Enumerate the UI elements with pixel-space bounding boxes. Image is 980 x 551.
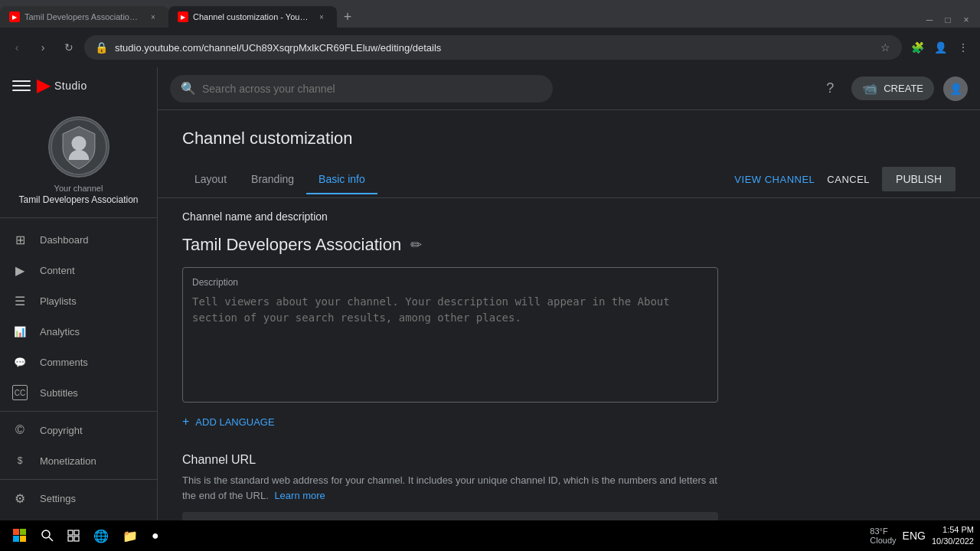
tab2-favicon: ▶ xyxy=(178,11,188,22)
add-language-label: ADD LANGUAGE xyxy=(195,416,274,428)
svg-rect-4 xyxy=(13,536,19,542)
subtitles-label: Subtitles xyxy=(40,387,78,399)
learn-more-link[interactable]: Learn more xyxy=(274,490,325,501)
url-title: Channel URL xyxy=(182,453,956,467)
sidebar-item-copyright[interactable]: © Copyright xyxy=(0,415,157,445)
start-button[interactable] xyxy=(6,523,34,548)
sidebar-item-subtitles[interactable]: CC Subtitles xyxy=(0,377,157,408)
new-tab-button[interactable]: + xyxy=(337,6,358,28)
maximize-button[interactable]: □ xyxy=(940,12,956,28)
monetization-label: Monetization xyxy=(40,455,96,467)
user-avatar[interactable]: 👤 xyxy=(943,77,968,101)
content-area: Channel name and description Tamil Devel… xyxy=(158,198,980,551)
tab-basic-info[interactable]: Basic info xyxy=(306,165,377,194)
studio-label: Studio xyxy=(54,80,87,92)
dashboard-icon: ⊞ xyxy=(12,232,28,247)
sidebar-item-playlists[interactable]: ☰ Playlists xyxy=(0,285,157,316)
sidebar-item-monetization[interactable]: $ Monetization xyxy=(0,445,157,476)
add-language-button[interactable]: + ADD LANGUAGE xyxy=(182,415,956,429)
window-controls: ─ □ × xyxy=(922,12,980,28)
channel-avatar[interactable] xyxy=(48,116,109,178)
address-text: studio.youtube.com/channel/UCh89XsqrpMxl… xyxy=(115,42,871,54)
hamburger-menu[interactable] xyxy=(12,77,31,95)
topbar: 🔍 ? 📹 CREATE 👤 xyxy=(158,67,980,110)
publish-button[interactable]: PUBLISH xyxy=(882,167,956,191)
weather-widget: 83°F Cloudy xyxy=(870,527,896,545)
page-header: Channel customization xyxy=(158,110,980,148)
topbar-right: ? 📹 CREATE 👤 xyxy=(818,77,968,101)
help-button[interactable]: ? xyxy=(818,77,842,101)
taskbar-search[interactable] xyxy=(35,523,60,548)
menu-icon[interactable]: ⋮ xyxy=(952,37,974,58)
view-channel-button[interactable]: VIEW CHANNEL xyxy=(734,174,815,185)
description-box[interactable]: Description xyxy=(182,267,718,403)
sidebar-divider-2 xyxy=(0,479,157,480)
lock-icon: 🔒 xyxy=(93,40,109,55)
content-icon: ▶ xyxy=(12,262,28,278)
bookmark-icon[interactable]: ☆ xyxy=(877,40,893,55)
search-input[interactable] xyxy=(202,83,542,95)
description-textarea[interactable] xyxy=(192,294,708,390)
main-content: Channel customization Layout Branding Ba… xyxy=(158,110,980,551)
playlists-icon: ☰ xyxy=(12,293,28,308)
taskbar-task-view[interactable] xyxy=(61,523,86,548)
url-desc-text: This is the standard web address for you… xyxy=(182,474,717,501)
create-button[interactable]: 📹 CREATE xyxy=(851,77,934,100)
weather-temp: 83°F xyxy=(870,527,887,536)
app: ▶ Studio Your channel Tamil Developers A… xyxy=(0,67,980,551)
edit-channel-name-icon[interactable]: ✏ xyxy=(410,236,422,253)
sidebar-item-comments[interactable]: 💬 Comments xyxy=(0,347,157,377)
windows-logo-icon xyxy=(13,529,27,543)
tab-bar: ▶ Tamil Developers Association - Y... × … xyxy=(0,0,980,28)
create-label: CREATE xyxy=(884,83,923,94)
settings-icon: ⚙ xyxy=(12,491,28,506)
close-button[interactable]: × xyxy=(959,12,974,28)
tab2-close[interactable]: × xyxy=(315,11,328,23)
forward-button[interactable]: › xyxy=(32,37,54,58)
svg-rect-9 xyxy=(74,530,79,535)
extensions-icon[interactable]: 🧩 xyxy=(906,37,928,58)
cancel-button[interactable]: CANCEL xyxy=(827,174,870,185)
sidebar-nav: ⊞ Dashboard ▶ Content ☰ Playlists 📊 Anal… xyxy=(0,218,157,551)
taskbar-edge[interactable]: 🌐 xyxy=(87,523,115,548)
comments-icon: 💬 xyxy=(12,354,28,370)
tab2-title: Channel customization - YouTu... xyxy=(193,12,311,21)
channel-name-section: Channel name and description Tamil Devel… xyxy=(182,210,956,429)
tab1-favicon: ▶ xyxy=(9,11,20,22)
address-bar[interactable]: 🔒 studio.youtube.com/channel/UCh89XsqrpM… xyxy=(84,35,902,60)
sidebar-item-analytics[interactable]: 📊 Analytics xyxy=(0,316,157,347)
taskbar-right: 83°F Cloudy ENG 1:54 PM 10/30/2022 xyxy=(870,524,974,548)
sidebar-item-settings[interactable]: ⚙ Settings xyxy=(0,483,157,514)
svg-rect-2 xyxy=(13,529,19,535)
copyright-icon: © xyxy=(12,422,28,438)
taskbar-search-icon xyxy=(41,530,54,542)
settings-label: Settings xyxy=(40,493,76,504)
language-icon: ENG xyxy=(903,530,926,542)
taskbar-chrome[interactable]: ● xyxy=(145,523,165,548)
tab1-close[interactable]: × xyxy=(147,11,159,23)
sidebar-item-content[interactable]: ▶ Content xyxy=(0,255,157,285)
channel-name-display: Tamil Developers Association xyxy=(182,235,401,255)
back-button[interactable]: ‹ xyxy=(6,37,28,58)
reload-button[interactable]: ↻ xyxy=(58,37,80,58)
toolbar-icons: 🧩 👤 ⋮ xyxy=(906,37,974,58)
tab-branding[interactable]: Branding xyxy=(239,165,306,194)
tab-layout[interactable]: Layout xyxy=(182,165,239,194)
svg-rect-3 xyxy=(20,529,26,535)
minimize-button[interactable]: ─ xyxy=(922,12,937,28)
browser-tab-2[interactable]: ▶ Channel customization - YouTu... × xyxy=(168,6,337,28)
svg-rect-8 xyxy=(68,530,73,535)
copyright-label: Copyright xyxy=(40,425,83,436)
taskbar-explorer[interactable]: 📁 xyxy=(116,523,144,548)
browser-tab-1[interactable]: ▶ Tamil Developers Association - Y... × xyxy=(0,6,168,28)
description-label: Description xyxy=(192,277,708,288)
sidebar-item-dashboard[interactable]: ⊞ Dashboard xyxy=(0,224,157,255)
task-view-icon xyxy=(67,530,80,542)
sidebar-channel-name: Tamil Developers Association xyxy=(18,194,138,205)
search-bar[interactable]: 🔍 xyxy=(170,75,553,103)
svg-point-6 xyxy=(42,530,50,538)
profile-icon[interactable]: 👤 xyxy=(929,37,951,58)
logo-area[interactable]: ▶ Studio xyxy=(37,76,87,96)
tab1-title: Tamil Developers Association - Y... xyxy=(24,12,142,21)
dashboard-label: Dashboard xyxy=(40,234,89,246)
